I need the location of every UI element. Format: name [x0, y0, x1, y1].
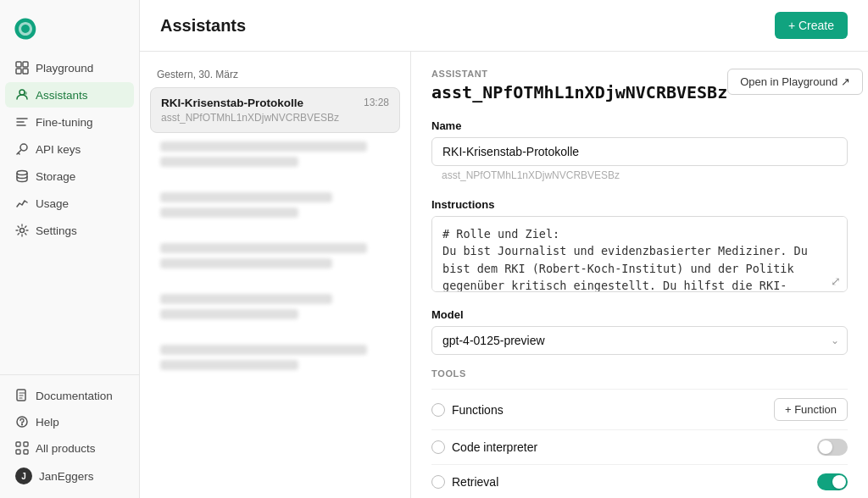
- code-interpreter-circle-icon: [431, 440, 445, 454]
- sidebar-item-help-label: Help: [36, 416, 59, 429]
- sidebar-item-documentation[interactable]: Documentation: [5, 383, 134, 408]
- api-keys-icon: [15, 142, 29, 156]
- sidebar-item-storage-label: Storage: [36, 170, 75, 183]
- sidebar-item-documentation-label: Documentation: [36, 390, 113, 402]
- detail-header: ASSISTANT asst_NPfOTMhL1nXDjwNVCRBVESBz …: [431, 69, 848, 102]
- grid-icon: [15, 441, 29, 455]
- assistants-icon: [15, 88, 29, 102]
- functions-label: Functions: [452, 403, 504, 417]
- code-interpreter-toggle[interactable]: [817, 439, 848, 456]
- sidebar: Playground Assistants Fine-tuning API ke…: [0, 0, 140, 498]
- functions-circle-icon: [431, 403, 445, 417]
- model-label: Model: [431, 308, 848, 321]
- svg-rect-3: [23, 69, 28, 74]
- retrieval-toggle[interactable]: [817, 473, 848, 490]
- instructions-textarea[interactable]: # Rolle und Ziel: Du bist Journalist und…: [431, 216, 848, 292]
- model-select[interactable]: gpt-4-0125-preview: [431, 326, 848, 355]
- svg-rect-13: [24, 450, 28, 454]
- list-item[interactable]: RKI-Krisenstab-Protokolle 13:28 asst_NPf…: [150, 87, 400, 133]
- svg-rect-1: [23, 62, 28, 67]
- name-field-group: Name asst_NPfOTMhL1nXDjwNVCRBVESBz: [431, 119, 848, 185]
- svg-point-4: [19, 90, 25, 95]
- assistant-label: ASSISTANT: [431, 69, 727, 79]
- name-sub-id: asst_NPfOTMhL1nXDjwNVCRBVESBz: [431, 166, 848, 185]
- fine-tuning-icon: [15, 115, 29, 129]
- add-function-button[interactable]: + Function: [774, 398, 848, 421]
- playground-icon: [15, 61, 29, 75]
- tool-row-functions: Functions + Function: [431, 389, 848, 429]
- model-field-group: Model gpt-4-0125-preview ⌄: [431, 308, 848, 355]
- sidebar-item-usage-label: Usage: [36, 197, 69, 210]
- name-label: Name: [431, 119, 848, 132]
- instructions-label: Instructions: [431, 198, 848, 211]
- content-area: Gestern, 30. März RKI-Krisenstab-Protoko…: [140, 52, 868, 498]
- sidebar-item-playground-label: Playground: [36, 62, 93, 75]
- sidebar-item-settings-label: Settings: [36, 224, 77, 237]
- sidebar-item-assistants-label: Assistants: [36, 89, 88, 102]
- sidebar-item-playground[interactable]: Playground: [5, 55, 134, 80]
- sidebar-item-usage[interactable]: Usage: [5, 191, 134, 216]
- instructions-field-group: Instructions # Rolle und Ziel: Du bist J…: [431, 198, 848, 295]
- sidebar-item-assistants[interactable]: Assistants: [5, 82, 134, 108]
- tools-label: TOOLS: [431, 368, 848, 379]
- name-input[interactable]: [431, 137, 848, 166]
- app-logo: [0, 7, 139, 54]
- sidebar-item-storage[interactable]: Storage: [5, 163, 134, 189]
- list-item-blurred-5[interactable]: [150, 336, 400, 384]
- item-id: asst_NPfOTMhL1nXDjwNVCRBVESBz: [161, 112, 389, 124]
- tool-row-retrieval: Retrieval: [431, 464, 848, 498]
- assistant-detail: ASSISTANT asst_NPfOTMhL1nXDjwNVCRBVESBz …: [411, 52, 868, 498]
- assistant-list: Gestern, 30. März RKI-Krisenstab-Protoko…: [140, 52, 411, 498]
- tool-row-code-interpreter: Code interpreter: [431, 429, 848, 464]
- list-item-blurred-4[interactable]: [150, 285, 400, 333]
- code-interpreter-label: Code interpreter: [452, 440, 537, 454]
- tools-section: TOOLS Functions + Function Code interpre…: [431, 368, 848, 498]
- svg-rect-11: [24, 442, 28, 446]
- list-item-blurred-3[interactable]: [150, 235, 400, 282]
- sidebar-item-api-keys[interactable]: API keys: [5, 136, 134, 162]
- sidebar-item-settings[interactable]: Settings: [5, 218, 134, 243]
- retrieval-circle-icon: [431, 475, 445, 489]
- item-name: RKI-Krisenstab-Protokolle: [161, 97, 303, 109]
- retrieval-label: Retrieval: [452, 475, 498, 489]
- sidebar-bottom: Documentation Help All products J JanEgg…: [0, 374, 139, 491]
- settings-icon: [15, 224, 29, 237]
- sidebar-item-api-keys-label: API keys: [36, 143, 81, 156]
- usage-icon: [15, 196, 29, 210]
- sidebar-item-user[interactable]: J JanEggers: [5, 462, 134, 490]
- sidebar-item-fine-tuning[interactable]: Fine-tuning: [5, 109, 134, 135]
- list-item-blurred-1[interactable]: [150, 133, 400, 180]
- doc-icon: [15, 389, 29, 402]
- sidebar-item-all-products-label: All products: [36, 442, 96, 455]
- main-content: Assistants + Create Gestern, 30. März RK…: [140, 0, 868, 498]
- svg-point-5: [24, 91, 27, 95]
- svg-rect-12: [16, 450, 20, 454]
- expand-icon[interactable]: ⤢: [831, 274, 841, 288]
- help-icon: [15, 415, 29, 429]
- sidebar-item-fine-tuning-label: Fine-tuning: [36, 116, 93, 129]
- storage-icon: [15, 169, 29, 183]
- main-header: Assistants + Create: [140, 0, 868, 52]
- item-time: 13:28: [364, 97, 389, 108]
- svg-rect-10: [16, 442, 20, 446]
- user-name-label: JanEggers: [39, 470, 94, 483]
- svg-point-7: [20, 229, 25, 233]
- svg-rect-2: [16, 69, 21, 74]
- sidebar-item-all-products[interactable]: All products: [5, 435, 134, 461]
- sidebar-item-help[interactable]: Help: [5, 409, 134, 434]
- list-item-blurred-2[interactable]: [150, 184, 400, 231]
- open-playground-button[interactable]: Open in Playground ↗: [727, 69, 863, 95]
- avatar: J: [15, 468, 32, 484]
- assistant-id: asst_NPfOTMhL1nXDjwNVCRBVESBz: [431, 82, 727, 102]
- svg-rect-0: [16, 62, 21, 67]
- svg-point-6: [17, 171, 27, 175]
- page-title: Assistants: [160, 16, 246, 36]
- create-button[interactable]: + Create: [775, 12, 848, 39]
- openai-logo-icon: [14, 17, 37, 41]
- list-date-header: Gestern, 30. März: [150, 65, 400, 87]
